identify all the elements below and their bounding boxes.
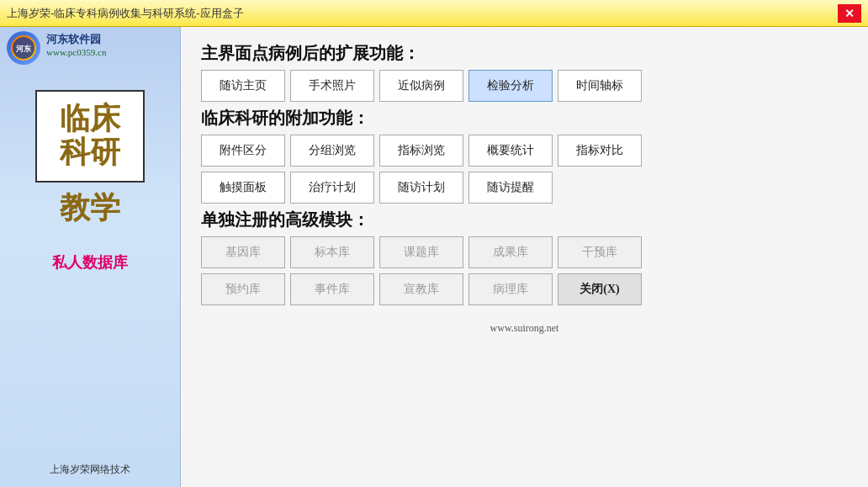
btn-分组浏览[interactable]: 分组浏览 — [290, 135, 374, 167]
btn-row-section1-0: 随访主页手术照片近似病例检验分析时间轴标 — [201, 70, 848, 102]
btn-治疗计划[interactable]: 治疗计划 — [290, 172, 374, 204]
section-title-section2: 临床科研的附加功能： — [201, 107, 848, 130]
site-url: www.pc0359.cn — [46, 47, 106, 57]
btn-标本库: 标本库 — [290, 236, 374, 268]
btn-随访计划[interactable]: 随访计划 — [379, 172, 463, 204]
clinical-box: 临床科研 — [35, 90, 145, 183]
btn-宣教库: 宣教库 — [379, 273, 463, 305]
btn-随访提醒[interactable]: 随访提醒 — [468, 172, 553, 204]
section-section1: 主界面点病例后的扩展功能：随访主页手术照片近似病例检验分析时间轴标 — [201, 42, 848, 102]
footer-url: www.suirong.net — [201, 322, 848, 335]
logo-area: 河东 — [7, 31, 40, 65]
btn-检验分析[interactable]: 检验分析 — [468, 70, 553, 102]
btn-病理库: 病理库 — [468, 273, 553, 305]
btn-关闭X[interactable]: 关闭(X) — [558, 273, 642, 305]
btn-随访主页[interactable]: 随访主页 — [201, 70, 285, 102]
btn-手术照片[interactable]: 手术照片 — [290, 70, 374, 102]
teaching-text: 教学 — [60, 188, 120, 229]
btn-指标浏览[interactable]: 指标浏览 — [379, 135, 463, 167]
close-button[interactable]: ✕ — [838, 4, 861, 23]
btn-row-section3-1: 预约库事件库宣教库病理库关闭(X) — [201, 273, 848, 305]
svg-text:河东: 河东 — [16, 44, 32, 53]
btn-课题库: 课题库 — [379, 236, 463, 268]
btn-时间轴标[interactable]: 时间轴标 — [558, 70, 642, 102]
btn-基因库: 基因库 — [201, 236, 285, 268]
btn-预约库: 预约库 — [201, 273, 285, 305]
company-name: 上海岁荣网络技术 — [50, 463, 130, 477]
section-title-section3: 单独注册的高级模块： — [201, 209, 848, 231]
btn-干预库: 干预库 — [558, 236, 642, 268]
btn-row-section2-0: 附件区分分组浏览指标浏览概要统计指标对比 — [201, 135, 848, 167]
btn-附件区分[interactable]: 附件区分 — [201, 135, 285, 167]
btn-概要统计[interactable]: 概要统计 — [468, 135, 553, 167]
btn-触摸面板[interactable]: 触摸面板 — [201, 172, 285, 204]
sidebar: 河东 河东软件园 www.pc0359.cn 临床科研 教学 私人数据库 上海岁… — [0, 27, 181, 487]
title-text: 上海岁荣-临床专科病例收集与科研系统-应用盒子 — [7, 6, 244, 21]
btn-近似病例[interactable]: 近似病例 — [379, 70, 463, 102]
btn-row-section2-1: 触摸面板治疗计划随访计划随访提醒 — [201, 172, 848, 204]
private-db-label: 私人数据库 — [52, 252, 128, 273]
title-bar: 上海岁荣-临床专科病例收集与科研系统-应用盒子 ✕ — [0, 0, 868, 27]
btn-指标对比[interactable]: 指标对比 — [558, 135, 642, 167]
section-section2: 临床科研的附加功能：附件区分分组浏览指标浏览概要统计指标对比触摸面板治疗计划随访… — [201, 107, 848, 204]
btn-row-section3-0: 基因库标本库课题库成果库干预库 — [201, 236, 848, 268]
site-info: 河东软件园 www.pc0359.cn — [46, 32, 106, 57]
content-area: 主界面点病例后的扩展功能：随访主页手术照片近似病例检验分析时间轴标临床科研的附加… — [181, 27, 868, 487]
btn-事件库: 事件库 — [290, 273, 374, 305]
section-title-section1: 主界面点病例后的扩展功能： — [201, 42, 848, 65]
btn-成果库: 成果库 — [468, 236, 553, 268]
section-section3: 单独注册的高级模块：基因库标本库课题库成果库干预库预约库事件库宣教库病理库关闭(… — [201, 209, 848, 305]
site-name: 河东软件园 — [46, 32, 106, 47]
clinical-text: 临床科研 — [60, 103, 120, 169]
